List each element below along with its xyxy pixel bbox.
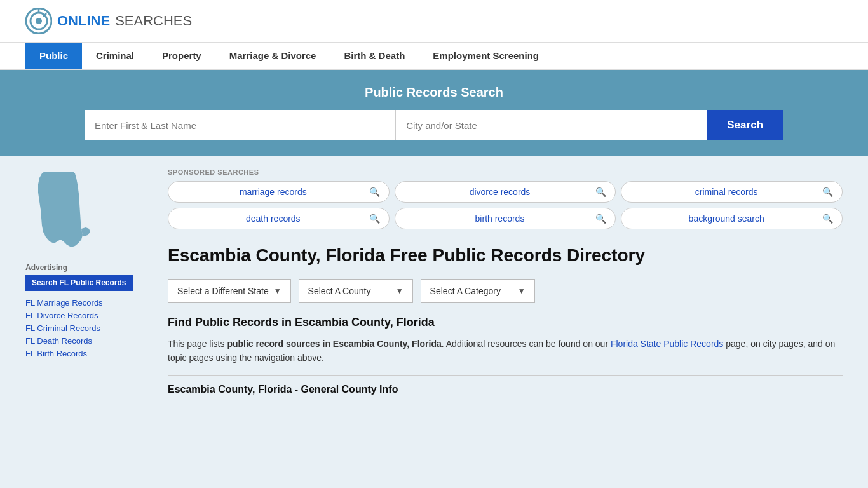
- find-text-bold: public record sources in Escambia County…: [227, 339, 441, 349]
- chevron-down-icon: ▼: [396, 287, 403, 295]
- list-item: FL Marriage Records: [25, 297, 153, 308]
- state-selector[interactable]: Select a Different State ▼: [168, 279, 291, 303]
- pill-birth[interactable]: birth records 🔍: [395, 208, 616, 229]
- pill-divorce[interactable]: divorce records 🔍: [395, 181, 616, 203]
- pill-criminal[interactable]: criminal records 🔍: [621, 181, 843, 203]
- logo-text-searches: SEARCHES: [115, 13, 192, 29]
- sidebar: Advertising Search FL Public Records FL …: [25, 168, 153, 395]
- pill-death[interactable]: death records 🔍: [168, 208, 390, 229]
- state-selector-label: Select a Different State: [177, 286, 269, 296]
- sidebar-ad-button[interactable]: Search FL Public Records: [25, 274, 133, 291]
- pill-death-text: death records: [177, 214, 369, 224]
- logo[interactable]: ONLINESEARCHES: [25, 8, 192, 34]
- state-map: [25, 168, 153, 253]
- nav-item-property[interactable]: Property: [148, 43, 215, 69]
- location-input[interactable]: [396, 110, 707, 140]
- sidebar-link-birth[interactable]: FL Birth Records: [25, 349, 87, 358]
- county-info-title: Escambia County, Florida - General Count…: [168, 375, 843, 395]
- pill-background-text: background search: [630, 214, 822, 224]
- florida-map-icon: [25, 168, 95, 251]
- main-container: Advertising Search FL Public Records FL …: [0, 156, 868, 408]
- search-pill-icon: 🔍: [595, 214, 606, 224]
- find-records-title: Find Public Records in Escambia County, …: [168, 316, 843, 329]
- logo-icon: [25, 8, 52, 34]
- find-text-2: . Additional resources can be found on o…: [442, 339, 611, 349]
- county-selector[interactable]: Select A County ▼: [299, 279, 413, 303]
- sidebar-link-criminal[interactable]: FL Criminal Records: [25, 323, 100, 333]
- category-selector-label: Select A Category: [430, 286, 501, 296]
- advertising-label: Advertising: [25, 263, 153, 272]
- search-pill-icon: 🔍: [369, 214, 380, 224]
- pill-marriage-text: marriage records: [177, 187, 369, 197]
- list-item: FL Divorce Records: [25, 310, 153, 320]
- logo-text-online: ONLINE: [57, 13, 110, 29]
- pill-marriage[interactable]: marriage records 🔍: [168, 181, 390, 203]
- page-title-section: Escambia County, Florida Free Public Rec…: [168, 245, 843, 266]
- sponsored-pills-grid: marriage records 🔍 divorce records 🔍 cri…: [168, 181, 843, 229]
- search-pill-icon: 🔍: [369, 187, 380, 197]
- site-header: ONLINESEARCHES: [0, 0, 868, 43]
- list-item: FL Criminal Records: [25, 323, 153, 333]
- name-input[interactable]: [85, 110, 396, 140]
- nav-item-birth[interactable]: Birth & Death: [330, 43, 419, 69]
- sponsored-label: SPONSORED SEARCHES: [168, 168, 843, 176]
- content-area: SPONSORED SEARCHES marriage records 🔍 di…: [168, 168, 843, 395]
- search-pill-icon: 🔍: [595, 187, 606, 197]
- sidebar-link-marriage[interactable]: FL Marriage Records: [25, 298, 103, 308]
- sidebar-link-divorce[interactable]: FL Divorce Records: [25, 311, 98, 320]
- search-banner: Public Records Search Search: [0, 70, 868, 156]
- chevron-down-icon: ▼: [274, 287, 281, 295]
- nav-item-public[interactable]: Public: [25, 43, 82, 69]
- list-item: FL Birth Records: [25, 348, 153, 358]
- sidebar-links: FL Marriage Records FL Divorce Records F…: [25, 297, 153, 358]
- selectors-row: Select a Different State ▼ Select A Coun…: [168, 279, 843, 303]
- find-records-text: This page lists public record sources in…: [168, 337, 843, 365]
- list-item: FL Death Records: [25, 336, 153, 346]
- main-nav: Public Criminal Property Marriage & Divo…: [0, 43, 868, 70]
- search-form: Search: [85, 110, 783, 140]
- sidebar-link-death[interactable]: FL Death Records: [25, 336, 92, 346]
- pill-background[interactable]: background search 🔍: [621, 208, 843, 229]
- search-pill-icon: 🔍: [822, 214, 833, 224]
- search-button[interactable]: Search: [707, 110, 783, 140]
- svg-point-2: [36, 18, 42, 24]
- florida-records-link[interactable]: Florida State Public Records: [611, 339, 723, 349]
- find-text-1: This page lists: [168, 339, 227, 349]
- nav-item-marriage[interactable]: Marriage & Divorce: [215, 43, 330, 69]
- category-selector[interactable]: Select A Category ▼: [421, 279, 535, 303]
- page-title: Escambia County, Florida Free Public Rec…: [168, 245, 645, 266]
- pill-criminal-text: criminal records: [630, 187, 822, 197]
- search-pill-icon: 🔍: [822, 187, 833, 197]
- nav-item-employment[interactable]: Employment Screening: [419, 43, 553, 69]
- pill-divorce-text: divorce records: [404, 187, 596, 197]
- county-selector-label: Select A County: [308, 286, 371, 296]
- search-banner-title: Public Records Search: [25, 85, 843, 100]
- pill-birth-text: birth records: [404, 214, 596, 224]
- nav-item-criminal[interactable]: Criminal: [82, 43, 148, 69]
- chevron-down-icon: ▼: [518, 287, 526, 295]
